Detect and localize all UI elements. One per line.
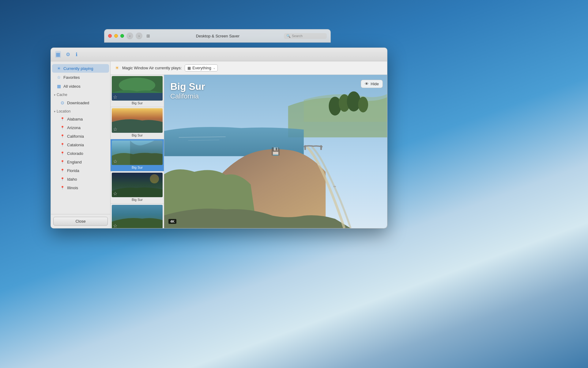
favorites-icon: ☆ bbox=[56, 75, 61, 80]
video-thumbnail-4 bbox=[112, 173, 163, 197]
idaho-location-icon: 📍 bbox=[60, 177, 65, 181]
downloaded-icon: ⊙ bbox=[60, 100, 65, 105]
video-thumbnail-2 bbox=[112, 108, 163, 133]
video-thumbnail-1 bbox=[112, 76, 163, 101]
svg-rect-17 bbox=[318, 164, 320, 165]
sidebar-item-illinois[interactable]: 📍 Illinois bbox=[52, 184, 109, 192]
video-label-1: Big Sur bbox=[112, 101, 163, 105]
cache-section-header[interactable]: ▾ Cache bbox=[51, 91, 110, 98]
sidebar-item-all-videos-label: All videos bbox=[63, 84, 81, 89]
sidebar-item-catalonia-label: Catalonia bbox=[67, 143, 84, 147]
alabama-location-icon: 📍 bbox=[60, 117, 65, 121]
sidebar-item-colorado[interactable]: 📍 Colorado bbox=[52, 149, 109, 158]
sidebar-item-favorites-label: Favorites bbox=[63, 75, 80, 80]
england-location-icon: 📍 bbox=[60, 160, 65, 164]
sun-icon: ☀ bbox=[115, 65, 119, 71]
system-window-bar: ‹ › ⊞ Desktop & Screen Saver 🔍 Search bbox=[104, 29, 331, 43]
catalonia-location-icon: 📍 bbox=[60, 143, 65, 147]
cache-section-label: Cache bbox=[57, 93, 67, 97]
thumb-svg-5 bbox=[112, 205, 163, 228]
video-label-3: Big Sur bbox=[112, 165, 163, 170]
app-window: ▦ ⚙ ℹ ☀ Currently playing ☆ Favorites bbox=[51, 48, 387, 228]
currently-playing-icon: ☀ bbox=[56, 66, 61, 71]
traffic-light-green[interactable] bbox=[120, 34, 124, 38]
video-label-4: Big Sur bbox=[112, 197, 163, 202]
thumb-svg-2 bbox=[112, 108, 163, 133]
sidebar-item-downloaded[interactable]: ⊙ Downloaded bbox=[52, 98, 109, 107]
info-toolbar-icon[interactable]: ℹ bbox=[75, 51, 78, 58]
svg-point-6 bbox=[150, 174, 159, 183]
sidebar-item-alabama[interactable]: 📍 Alabama bbox=[52, 115, 109, 123]
svg-rect-9 bbox=[304, 145, 306, 150]
main-topbar: ☀ Magic Window Air currently plays: ▦ Ev… bbox=[111, 61, 387, 75]
video-thumbnail-3 bbox=[112, 140, 163, 165]
favorite-star-2[interactable]: ☆ bbox=[113, 126, 117, 132]
video-list: ☆ Big Sur bbox=[111, 75, 164, 228]
svg-rect-2 bbox=[112, 93, 163, 101]
cache-chevron-icon: ▾ bbox=[54, 93, 55, 97]
favorite-star-1[interactable]: ☆ bbox=[113, 94, 117, 100]
grid-icon[interactable]: ⊞ bbox=[145, 33, 152, 39]
thumb-svg-4 bbox=[112, 173, 163, 197]
chevron-down-icon: ⌄ bbox=[213, 66, 216, 70]
sidebar-item-california[interactable]: 📍 California bbox=[52, 132, 109, 140]
sidebar-item-catalonia[interactable]: 📍 Catalonia bbox=[52, 141, 109, 149]
sidebar-items: ☀ Currently playing ☆ Favorites ▦ All vi… bbox=[51, 61, 110, 214]
hide-button[interactable]: 👁 Hide bbox=[361, 80, 383, 88]
sidebar-item-illinois-label: Illinois bbox=[67, 186, 78, 190]
illinois-location-icon: 📍 bbox=[60, 186, 65, 190]
sidebar-item-arizona-label: Arizona bbox=[67, 125, 81, 130]
arizona-location-icon: 📍 bbox=[60, 126, 65, 130]
location-chevron-icon: ▾ bbox=[54, 110, 55, 113]
location-section-header[interactable]: ▾ Location bbox=[51, 107, 110, 115]
sidebar-item-favorites[interactable]: ☆ Favorites bbox=[52, 73, 109, 82]
content-split: ☆ Big Sur bbox=[111, 75, 387, 228]
sidebar: ☀ Currently playing ☆ Favorites ▦ All vi… bbox=[51, 61, 111, 228]
svg-point-14 bbox=[358, 97, 368, 112]
svg-rect-10 bbox=[320, 145, 322, 150]
sidebar-item-currently-playing-label: Currently playing bbox=[63, 66, 93, 71]
sidebar-item-england[interactable]: 📍 England bbox=[52, 158, 109, 166]
forward-button[interactable]: › bbox=[136, 33, 142, 39]
videos-toolbar-icon[interactable]: ▦ bbox=[55, 51, 61, 58]
system-search-bar[interactable]: 🔍 Search bbox=[284, 33, 327, 39]
sidebar-item-alabama-label: Alabama bbox=[67, 117, 83, 121]
settings-toolbar-icon[interactable]: ⚙ bbox=[65, 51, 71, 58]
search-icon: 🔍 bbox=[286, 34, 291, 38]
sidebar-item-downloaded-label: Downloaded bbox=[67, 101, 89, 105]
close-button[interactable]: Close bbox=[53, 217, 108, 226]
location-section-label: Location bbox=[57, 109, 70, 113]
video-thumb-bigsur-5[interactable]: ☆ Big Sur bbox=[111, 204, 164, 228]
favorite-star-5[interactable]: ☆ bbox=[113, 223, 117, 228]
app-titlebar: ▦ ⚙ ℹ bbox=[51, 48, 387, 61]
topbar-label: Magic Window Air currently plays: bbox=[122, 66, 182, 70]
thumb-svg-3 bbox=[112, 140, 163, 165]
svg-rect-18 bbox=[334, 186, 336, 187]
video-thumb-bigsur-2[interactable]: ☆ Big Sur bbox=[111, 107, 164, 139]
sidebar-item-all-videos[interactable]: ▦ All videos bbox=[52, 82, 109, 90]
sidebar-item-colorado-label: Colorado bbox=[67, 151, 83, 156]
sidebar-footer: Close bbox=[51, 214, 110, 228]
hide-button-label: Hide bbox=[371, 82, 379, 86]
favorite-star-3[interactable]: ☆ bbox=[113, 159, 117, 164]
video-thumb-bigsur-3[interactable]: ☆ Big Sur bbox=[111, 139, 164, 171]
video-label-2: Big Sur bbox=[112, 133, 163, 138]
video-thumb-bigsur-4[interactable]: ☆ Big Sur bbox=[111, 171, 164, 204]
sidebar-item-florida[interactable]: 📍 Florida bbox=[52, 167, 109, 175]
preview-main-title: Big Sur bbox=[170, 81, 205, 92]
everything-dropdown[interactable]: ▦ Everything ⌄ bbox=[185, 64, 217, 71]
main-panel: ☀ Magic Window Air currently plays: ▦ Ev… bbox=[111, 61, 387, 228]
sidebar-item-currently-playing[interactable]: ☀ Currently playing bbox=[52, 64, 109, 73]
app-content: ☀ Currently playing ☆ Favorites ▦ All vi… bbox=[51, 61, 387, 228]
sidebar-item-arizona[interactable]: 📍 Arizona bbox=[52, 124, 109, 132]
video-thumb-bigsur-1[interactable]: ☆ Big Sur bbox=[111, 75, 164, 107]
all-videos-icon: ▦ bbox=[56, 84, 61, 89]
cache-download-icon: 💾 bbox=[271, 147, 280, 156]
traffic-light-red[interactable] bbox=[108, 34, 112, 38]
system-search-label: Search bbox=[292, 34, 303, 38]
favorite-star-4[interactable]: ☆ bbox=[113, 191, 117, 197]
preview-subtitle: California bbox=[170, 92, 205, 100]
back-button[interactable]: ‹ bbox=[126, 33, 133, 39]
sidebar-item-idaho[interactable]: 📍 Idaho bbox=[52, 175, 109, 183]
traffic-light-yellow[interactable] bbox=[114, 34, 118, 38]
